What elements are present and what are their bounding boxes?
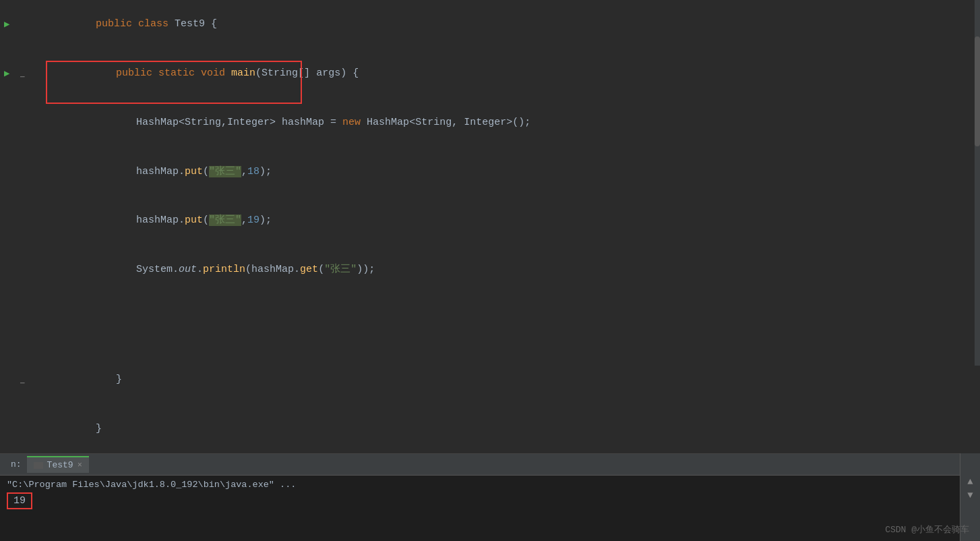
method-get: get [300, 264, 318, 275]
method-println: println [203, 264, 245, 275]
run-tab-close[interactable]: × [78, 461, 82, 470]
out-field: out [179, 264, 197, 275]
string-zhangsan2: "张三" [209, 215, 241, 226]
scrollbar-thumb[interactable] [975, 36, 980, 146]
method-put2: put [185, 215, 203, 226]
keyword-class: class [138, 18, 175, 30]
editor-area: ▶ public class Test9 { ▶ ⎯ public static… [0, 0, 980, 453]
code-line-7: ⎯ } [0, 355, 980, 405]
run-content: "C:\Program Files\Java\jdk1.8.0_192\bin\… [0, 476, 980, 541]
scroll-down-arrow[interactable]: ▼ [967, 490, 973, 501]
type-string: String [262, 67, 298, 79]
bracket: [] [298, 67, 316, 79]
string-zhangsan3: "张三" [324, 264, 357, 275]
run-tab-label: Test9 [47, 460, 73, 470]
equals: = [330, 117, 342, 128]
dot2: . [197, 264, 203, 275]
paren-put1: ( [203, 166, 209, 177]
code-line-8: } [0, 404, 980, 453]
dot1: . [173, 264, 179, 275]
code-line-2: ▶ ⎯ public static void main(String[] arg… [0, 49, 980, 98]
watermark: CSDN @小鱼不会骑车 [885, 523, 969, 536]
paren-put2: ( [203, 215, 209, 226]
comma1: , [241, 166, 247, 177]
paren-println: (hashMap. [245, 264, 300, 275]
output-box: 19 [7, 492, 32, 509]
type-hashmap: HashMap [136, 117, 179, 128]
keyword-new: new [342, 117, 367, 128]
method-put1: put [185, 166, 203, 177]
paren1: ( [255, 67, 262, 79]
generic2: <String, Integer>(); [409, 117, 530, 128]
paren-end: )); [357, 264, 375, 275]
brace-open: { [211, 18, 217, 30]
brace-close2: } [96, 423, 102, 434]
keyword-public: public [96, 18, 138, 30]
keyword-static: static [158, 67, 201, 79]
code-line-5: hashMap.put("张三",19); [0, 196, 980, 246]
paren-get: ( [318, 264, 324, 275]
code-line-empty2 [0, 315, 980, 335]
run-tab[interactable]: Test9 × [27, 456, 89, 473]
type-hashmap2: HashMap [367, 117, 409, 128]
code-line-6: System.out.println(hashMap.get("张三")); [0, 246, 980, 295]
vertical-scrollbar[interactable] [975, 0, 980, 366]
run-arrow-1[interactable]: ▶ [4, 14, 9, 34]
code-line-3: HashMap<String,Integer> hashMap = new Ha… [0, 98, 980, 148]
paren-close2: ); [259, 215, 272, 226]
paren2: ) { [340, 67, 359, 79]
code-container: ▶ public class Test9 { ▶ ⎯ public static… [0, 0, 980, 453]
fold-icon-7[interactable]: ⎯ [20, 370, 25, 390]
run-panel: n: Test9 × "C:\Program Files\Java\jdk1.8… [0, 453, 980, 541]
num-19: 19 [247, 215, 259, 226]
class-name: Test9 [175, 18, 211, 30]
run-panel-header: n: Test9 × [0, 454, 980, 476]
hashmap-put1: hashMap. [136, 166, 185, 177]
keyword-void: void [201, 67, 231, 79]
brace-close1: } [116, 374, 122, 385]
code-content-8: } [40, 399, 980, 453]
args-var: args [316, 67, 340, 79]
var-hashmap: hashMap [282, 117, 330, 128]
run-panel-label: n: [5, 459, 27, 469]
keyword-public2: public [116, 67, 158, 79]
system-class: System [136, 264, 173, 275]
paren-close1: ); [259, 166, 272, 177]
code-content-6: System.out.println(hashMap.get("张三")); [40, 239, 980, 300]
num-18: 18 [247, 166, 259, 177]
run-arrow-2[interactable]: ▶ [4, 63, 9, 84]
code-line-1: ▶ public class Test9 { [0, 0, 980, 49]
run-tab-icon [34, 462, 43, 469]
method-main: main [231, 67, 255, 79]
string-zhangsan1: "张三" [209, 166, 241, 177]
fold-icon-2[interactable]: ⎯ [20, 63, 25, 84]
run-output: 19 [7, 492, 973, 509]
scroll-up-arrow[interactable]: ▲ [967, 476, 973, 487]
code-line-4: hashMap.put("张三",18); [0, 147, 980, 196]
hashmap-put2: hashMap. [136, 215, 185, 226]
comma2: , [241, 215, 247, 226]
code-line-empty1 [0, 295, 980, 315]
run-command: "C:\Program Files\Java\jdk1.8.0_192\bin\… [7, 480, 973, 490]
generic1: <String,Integer> [179, 117, 282, 128]
